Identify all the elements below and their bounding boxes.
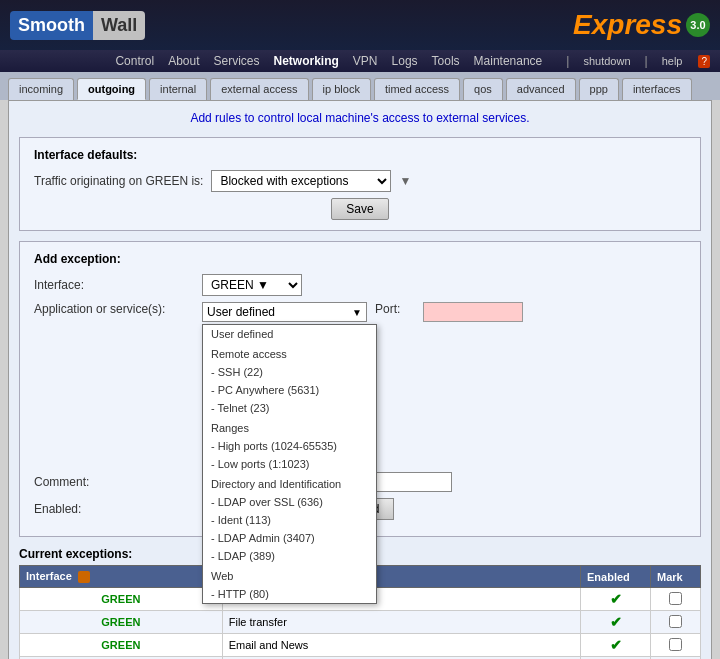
- interface-defaults-section: Interface defaults: Traffic originating …: [19, 137, 701, 231]
- service-row: Application or service(s): User defined …: [34, 302, 686, 322]
- dropdown-option-telnet[interactable]: - Telnet (23): [203, 399, 376, 417]
- nav-help[interactable]: help: [662, 55, 683, 67]
- cell-service: Email and News: [222, 634, 580, 657]
- nav-logs[interactable]: Logs: [392, 54, 418, 68]
- cell-mark: [651, 634, 701, 657]
- header: Smooth Wall Express 3.0: [0, 0, 720, 50]
- dropdown-group-web: Web: [203, 565, 376, 585]
- dropdown-option-highports[interactable]: - High ports (1024-65535): [203, 437, 376, 455]
- help-icon: ?: [698, 55, 710, 68]
- cell-enabled: ✔: [581, 634, 651, 657]
- col-header-enabled: Enabled: [581, 566, 651, 588]
- traffic-row: Traffic originating on GREEN is: Blocked…: [34, 170, 686, 192]
- interface-row: Interface: GREEN ▼: [34, 274, 686, 296]
- mark-checkbox[interactable]: [669, 592, 682, 605]
- cell-enabled: ✔: [581, 611, 651, 634]
- tab-interfaces[interactable]: interfaces: [622, 78, 692, 100]
- col-header-mark: Mark: [651, 566, 701, 588]
- logo: Smooth Wall: [10, 11, 145, 40]
- traffic-label: Traffic originating on GREEN is:: [34, 174, 203, 188]
- dropdown-option-ident[interactable]: - Ident (113): [203, 511, 376, 529]
- tab-incoming[interactable]: incoming: [8, 78, 74, 100]
- enabled-check-icon: ✔: [610, 591, 622, 607]
- dropdown-option-lowports[interactable]: - Low ports (1:1023): [203, 455, 376, 473]
- tab-ip-block[interactable]: ip block: [312, 78, 371, 100]
- nav-tools[interactable]: Tools: [432, 54, 460, 68]
- express-label: Express: [573, 9, 682, 41]
- dropdown-option-ldap[interactable]: - LDAP (389): [203, 547, 376, 565]
- dropdown-group-directory: Directory and Identification: [203, 473, 376, 493]
- dropdown-option-ldapssl[interactable]: - LDAP over SSL (636): [203, 493, 376, 511]
- dropdown-option-user-defined[interactable]: User defined: [203, 325, 376, 343]
- version-badge: 3.0: [686, 13, 710, 37]
- mark-checkbox[interactable]: [669, 615, 682, 628]
- table-row: GREEN File transfer ✔: [20, 611, 701, 634]
- table-row: GREEN Email and News ✔: [20, 634, 701, 657]
- nav-shutdown[interactable]: shutdown: [583, 55, 630, 67]
- enabled-check-icon: ✔: [610, 637, 622, 653]
- dropdown-arrow-icon: ▼: [399, 174, 411, 188]
- add-exception-title: Add exception:: [34, 252, 686, 266]
- service-select-display[interactable]: User defined ▼: [202, 302, 367, 322]
- save-button[interactable]: Save: [331, 198, 388, 220]
- dropdown-option-https[interactable]: - HTTPS (443): [203, 603, 376, 604]
- cell-interface: GREEN: [20, 611, 223, 634]
- comment-label: Comment:: [34, 475, 194, 489]
- col-header-interface: Interface: [20, 566, 223, 588]
- interface-label: Interface:: [34, 278, 194, 292]
- express-brand: Express 3.0: [573, 9, 710, 41]
- tab-outgoing[interactable]: outgoing: [77, 78, 146, 100]
- add-exception-section: Add exception: Interface: GREEN ▼ Applic…: [19, 241, 701, 537]
- nav-bar: Control About Services Networking VPN Lo…: [0, 50, 720, 72]
- dropdown-option-http[interactable]: - HTTP (80): [203, 585, 376, 603]
- service-select-value: User defined: [207, 305, 352, 319]
- nav-networking[interactable]: Networking: [274, 54, 339, 68]
- nav-vpn[interactable]: VPN: [353, 54, 378, 68]
- cell-interface: GREEN: [20, 634, 223, 657]
- mark-checkbox[interactable]: [669, 638, 682, 651]
- main-content: Add rules to control local machine's acc…: [8, 100, 712, 659]
- save-row: Save: [34, 198, 686, 220]
- tab-external-access[interactable]: external access: [210, 78, 308, 100]
- tab-timed-access[interactable]: timed access: [374, 78, 460, 100]
- service-dropdown-list[interactable]: User defined Remote access - SSH (22) - …: [202, 324, 377, 604]
- cell-mark: [651, 611, 701, 634]
- nav-about[interactable]: About: [168, 54, 199, 68]
- dropdown-group-ranges: Ranges: [203, 417, 376, 437]
- nav-divider: |: [566, 54, 569, 68]
- enabled-label: Enabled:: [34, 502, 194, 516]
- nav-control[interactable]: Control: [115, 54, 154, 68]
- traffic-select[interactable]: Blocked with exceptions Open Blocked: [211, 170, 391, 192]
- interface-defaults-title: Interface defaults:: [34, 148, 686, 162]
- cell-mark: [651, 588, 701, 611]
- filter-icon[interactable]: [78, 571, 90, 583]
- info-bar: Add rules to control local machine's acc…: [19, 111, 701, 125]
- cell-interface: GREEN: [20, 588, 223, 611]
- tab-qos[interactable]: qos: [463, 78, 503, 100]
- logo-wall: Wall: [93, 11, 145, 40]
- service-label: Application or service(s):: [34, 302, 194, 316]
- dropdown-group-remote-access: Remote access: [203, 343, 376, 363]
- nav-separator: |: [645, 54, 648, 68]
- dropdown-option-pcanywhere[interactable]: - PC Anywhere (5631): [203, 381, 376, 399]
- port-input[interactable]: [423, 302, 523, 322]
- nav-maintenance[interactable]: Maintenance: [474, 54, 543, 68]
- service-dropdown-container: User defined ▼ User defined Remote acces…: [202, 302, 367, 322]
- port-label: Port:: [375, 302, 415, 316]
- tab-bar: incoming outgoing internal external acce…: [0, 72, 720, 100]
- dropdown-option-ssh[interactable]: - SSH (22): [203, 363, 376, 381]
- interface-select[interactable]: GREEN ▼: [202, 274, 302, 296]
- nav-services[interactable]: Services: [213, 54, 259, 68]
- cell-service: File transfer: [222, 611, 580, 634]
- tab-advanced[interactable]: advanced: [506, 78, 576, 100]
- dropdown-option-ldapadmin[interactable]: - LDAP Admin (3407): [203, 529, 376, 547]
- cell-enabled: ✔: [581, 588, 651, 611]
- logo-smooth: Smooth: [10, 11, 93, 40]
- service-dropdown-arrow-icon: ▼: [352, 307, 362, 318]
- tab-ppp[interactable]: ppp: [579, 78, 619, 100]
- tab-internal[interactable]: internal: [149, 78, 207, 100]
- enabled-check-icon: ✔: [610, 614, 622, 630]
